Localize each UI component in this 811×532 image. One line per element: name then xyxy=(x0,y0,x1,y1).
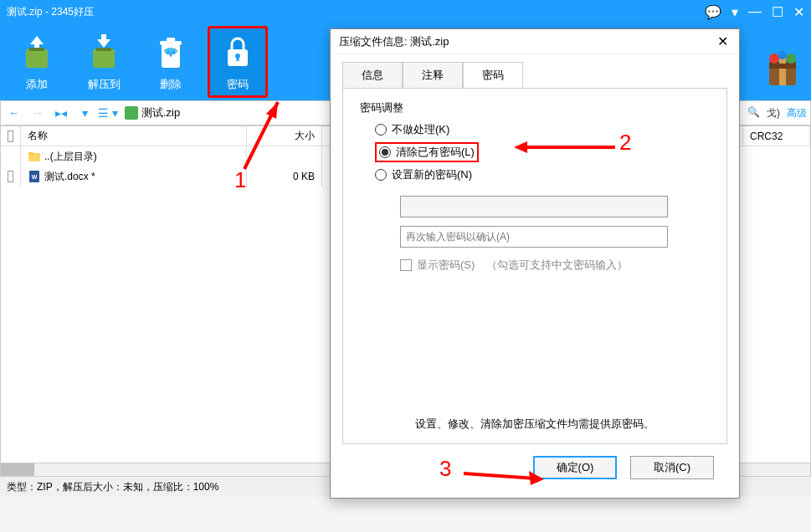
trash-icon xyxy=(151,32,191,72)
password-confirm-input[interactable] xyxy=(400,226,668,248)
svg-rect-11 xyxy=(237,56,239,61)
close-icon[interactable]: ✕ xyxy=(793,4,804,20)
chat-icon[interactable]: 💬 xyxy=(705,4,721,20)
add-button[interactable]: 添加 xyxy=(7,26,67,98)
nav-up-button[interactable]: ▸◂ xyxy=(51,104,71,122)
addr-r2[interactable]: 高级 xyxy=(787,106,807,120)
password-input[interactable] xyxy=(400,196,668,217)
row-name: ..(上层目录) xyxy=(44,150,97,164)
dialog-note: 设置、修改、清除加密压缩文件均需提供原密码。 xyxy=(343,417,726,432)
ok-button[interactable]: 确定(O) xyxy=(533,456,617,479)
delete-label: 删除 xyxy=(160,77,182,92)
col-crc[interactable]: CRC32 xyxy=(743,126,810,146)
radio-label: 设置新的密码(N) xyxy=(392,167,472,182)
archive-decor-icon xyxy=(762,49,803,92)
titlebar: 测试.zip - 2345好压 💬 ▾ — ☐ ✕ xyxy=(0,0,811,23)
addr-r1[interactable]: 戈) xyxy=(767,106,780,120)
nav-back-button[interactable]: ← xyxy=(4,104,24,122)
radio-label: 清除已有密码(L) xyxy=(396,145,475,160)
delete-button[interactable]: 删除 xyxy=(141,26,201,98)
docx-icon: W xyxy=(28,170,41,183)
search-icon[interactable]: 🔍 xyxy=(747,106,760,120)
password-label: 密码 xyxy=(227,77,249,92)
dialog-title: 压缩文件信息: 测试.zip xyxy=(339,34,714,49)
minimize-icon[interactable]: — xyxy=(748,4,762,19)
svg-rect-5 xyxy=(96,48,111,51)
svg-point-16 xyxy=(769,54,779,64)
row-size xyxy=(247,146,322,166)
dialog-close-button[interactable]: ✕ xyxy=(714,33,731,49)
add-icon xyxy=(17,32,57,72)
svg-point-18 xyxy=(778,51,787,59)
checkbox-hint: （勾选可支持中文密码输入） xyxy=(486,258,628,273)
show-password-checkbox[interactable]: 显示密码(S) （勾选可支持中文密码输入） xyxy=(400,258,710,273)
svg-rect-2 xyxy=(29,48,44,51)
dropdown-icon[interactable]: ▾ xyxy=(731,4,738,20)
extract-label: 解压到 xyxy=(88,77,121,92)
fieldset-label: 密码调整 xyxy=(360,100,710,115)
window-controls: 💬 ▾ — ☐ ✕ xyxy=(705,4,804,20)
svg-point-17 xyxy=(786,54,796,64)
col-size[interactable]: 大小 xyxy=(247,126,322,146)
checkbox-icon xyxy=(400,259,412,271)
radio-icon xyxy=(379,146,391,158)
extract-button[interactable]: 解压到 xyxy=(74,26,134,98)
tab-info[interactable]: 信息 xyxy=(342,62,403,89)
radio-no-change[interactable]: 不做处理(K) xyxy=(375,122,710,137)
view-list-button[interactable]: ☰ ▾ xyxy=(98,104,118,122)
svg-rect-8 xyxy=(167,38,175,42)
password-button[interactable]: 密码 xyxy=(208,26,268,98)
row-name: 测试.docx * xyxy=(44,170,95,184)
path-text: 测试.zip xyxy=(141,105,180,120)
address-right: 🔍 戈) 高级 xyxy=(747,106,807,120)
dialog-tabs: 信息 注释 密码 xyxy=(331,54,739,88)
tab-comment[interactable]: 注释 xyxy=(403,62,463,89)
radio-icon xyxy=(375,169,387,181)
svg-rect-0 xyxy=(26,49,48,68)
radio-clear-password[interactable]: 清除已有密码(L) xyxy=(375,142,479,162)
status-left: 类型：ZIP，解压后大小：未知，压缩比：100% xyxy=(7,480,218,494)
dialog-body: 密码调整 不做处理(K) 清除已有密码(L) 设置新的密码(N) 显示密码(S)… xyxy=(342,88,727,444)
cancel-button[interactable]: 取消(C) xyxy=(630,456,714,479)
dialog-buttons: 确定(O) 取消(C) xyxy=(331,444,739,491)
radio-icon xyxy=(375,124,387,136)
extract-icon xyxy=(84,32,124,72)
tab-password[interactable]: 密码 xyxy=(463,62,523,89)
dialog-titlebar: 压缩文件信息: 测试.zip ✕ xyxy=(331,29,739,54)
svg-text:W: W xyxy=(32,174,38,180)
nav-forward-button[interactable]: → xyxy=(28,104,48,122)
add-label: 添加 xyxy=(26,77,48,92)
col-checkbox[interactable] xyxy=(1,126,21,146)
svg-rect-3 xyxy=(93,49,115,68)
radio-set-password[interactable]: 设置新的密码(N) xyxy=(375,167,710,182)
col-name[interactable]: 名称 xyxy=(21,126,247,146)
archive-info-dialog: 压缩文件信息: 测试.zip ✕ 信息 注释 密码 密码调整 不做处理(K) 清… xyxy=(330,28,740,499)
radio-label: 不做处理(K) xyxy=(392,122,449,137)
checkbox-label: 显示密码(S) xyxy=(417,258,475,273)
svg-rect-20 xyxy=(28,152,33,155)
lock-icon xyxy=(218,32,258,72)
nav-dropdown-button[interactable]: ▾ xyxy=(74,104,95,122)
scroll-thumb[interactable] xyxy=(1,463,34,476)
archive-file-icon xyxy=(125,106,138,120)
row-size: 0 KB xyxy=(247,166,322,187)
window-title: 测试.zip - 2345好压 xyxy=(7,5,705,19)
svg-rect-4 xyxy=(101,34,106,43)
maximize-icon[interactable]: ☐ xyxy=(772,4,783,20)
folder-icon xyxy=(28,150,41,163)
svg-rect-15 xyxy=(779,69,786,85)
